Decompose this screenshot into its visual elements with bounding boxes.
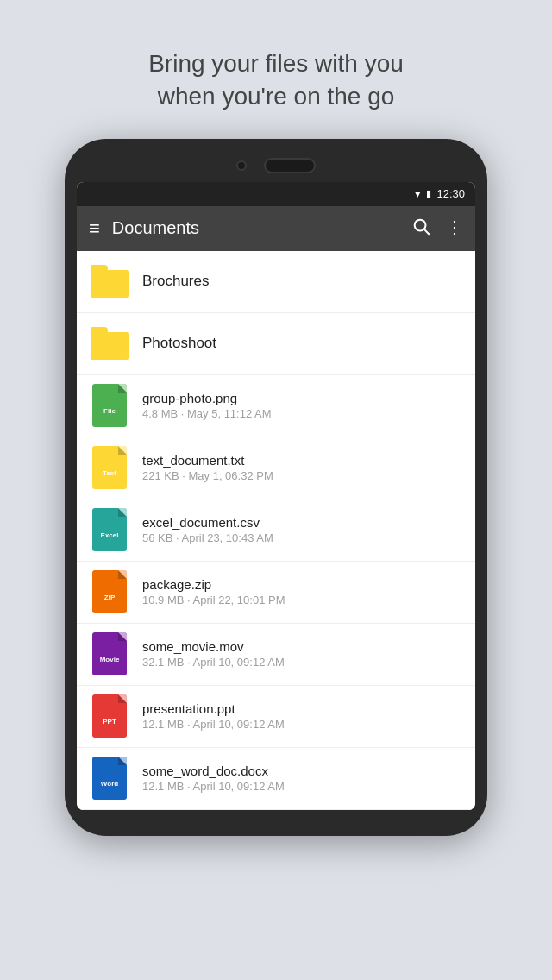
file-name: excel_document.csv: [142, 515, 461, 530]
file-name: text_document.txt: [142, 453, 461, 468]
phone-shell: ▾ ▮ 12:30 ≡ Documents ⋮: [65, 139, 487, 836]
wifi-icon: ▾: [415, 187, 421, 200]
front-camera: [236, 160, 247, 171]
folder-name: Brochures: [142, 273, 461, 290]
file-name: group-photo.png: [142, 391, 461, 405]
more-options-icon[interactable]: ⋮: [446, 217, 463, 240]
tagline-line2: when you're on the go: [158, 83, 395, 110]
file-name: some_movie.mov: [142, 639, 461, 654]
file-info: some_movie.mov 32.1 MB · April 10, 09:12…: [142, 639, 461, 669]
list-item[interactable]: Brochures: [77, 251, 475, 313]
list-item[interactable]: Word some_word_doc.docx 12.1 MB · April …: [77, 748, 475, 810]
search-icon[interactable]: [411, 217, 430, 240]
status-bar: ▾ ▮ 12:30: [77, 182, 475, 206]
list-item[interactable]: Excel excel_document.csv 56 KB · April 2…: [77, 499, 475, 562]
file-meta: 56 KB · April 23, 10:43 AM: [142, 531, 461, 544]
phone-screen: ▾ ▮ 12:30 ≡ Documents ⋮: [77, 182, 475, 810]
status-time: 12:30: [436, 187, 465, 200]
list-item[interactable]: PPT presentation.ppt 12.1 MB · April 10,…: [77, 686, 475, 748]
tagline-line1: Bring your files with you: [148, 50, 404, 77]
file-info: group-photo.png 4.8 MB · May 5, 11:12 AM: [142, 391, 461, 420]
app-bar-title: Documents: [112, 218, 399, 238]
folder-name: Photoshoot: [142, 335, 461, 352]
file-type-icon: Movie: [91, 631, 129, 676]
file-info: some_word_doc.docx 12.1 MB · April 10, 0…: [142, 763, 461, 793]
file-type-icon: Word: [91, 756, 129, 801]
file-info: presentation.ppt 12.1 MB · April 10, 09:…: [142, 701, 461, 731]
file-list: Brochures Photoshoot File group-photo.pn…: [77, 251, 475, 810]
hamburger-menu-icon[interactable]: ≡: [89, 217, 100, 240]
file-type-icon: Text: [91, 445, 129, 490]
file-meta: 12.1 MB · April 10, 09:12 AM: [142, 718, 461, 731]
file-info: excel_document.csv 56 KB · April 23, 10:…: [142, 515, 461, 544]
file-meta: 32.1 MB · April 10, 09:12 AM: [142, 656, 461, 669]
file-info: text_document.txt 221 KB · May 1, 06:32 …: [142, 453, 461, 482]
file-type-icon: PPT: [91, 694, 129, 738]
file-meta: 12.1 MB · April 10, 09:12 AM: [142, 780, 461, 793]
file-type-icon: File: [91, 383, 129, 428]
file-name: package.zip: [142, 577, 461, 592]
list-item[interactable]: Text text_document.txt 221 KB · May 1, 0…: [77, 437, 475, 499]
app-bar: ≡ Documents ⋮: [77, 206, 475, 251]
file-name: presentation.ppt: [142, 701, 461, 716]
battery-icon: ▮: [426, 188, 431, 199]
folder-icon: [91, 321, 129, 366]
folder-info: Brochures: [142, 273, 461, 290]
app-bar-actions: ⋮: [411, 217, 463, 240]
file-type-icon: ZIP: [91, 569, 129, 614]
file-type-icon: Excel: [91, 507, 129, 552]
list-item[interactable]: Movie some_movie.mov 32.1 MB · April 10,…: [77, 624, 475, 686]
file-meta: 4.8 MB · May 5, 11:12 AM: [142, 407, 461, 420]
file-name: some_word_doc.docx: [142, 763, 461, 778]
file-info: package.zip 10.9 MB · April 22, 10:01 PM: [142, 577, 461, 606]
folder-info: Photoshoot: [142, 335, 461, 352]
file-meta: 221 KB · May 1, 06:32 PM: [142, 469, 461, 482]
file-meta: 10.9 MB · April 22, 10:01 PM: [142, 594, 461, 606]
phone-top: [77, 158, 475, 173]
list-item[interactable]: Photoshoot: [77, 313, 475, 375]
svg-line-1: [424, 229, 429, 234]
folder-icon: [91, 259, 129, 304]
earpiece-speaker: [264, 158, 316, 173]
list-item[interactable]: File group-photo.png 4.8 MB · May 5, 11:…: [77, 375, 475, 437]
tagline: Bring your files with you when you're on…: [97, 47, 455, 113]
list-item[interactable]: ZIP package.zip 10.9 MB · April 22, 10:0…: [77, 562, 475, 624]
